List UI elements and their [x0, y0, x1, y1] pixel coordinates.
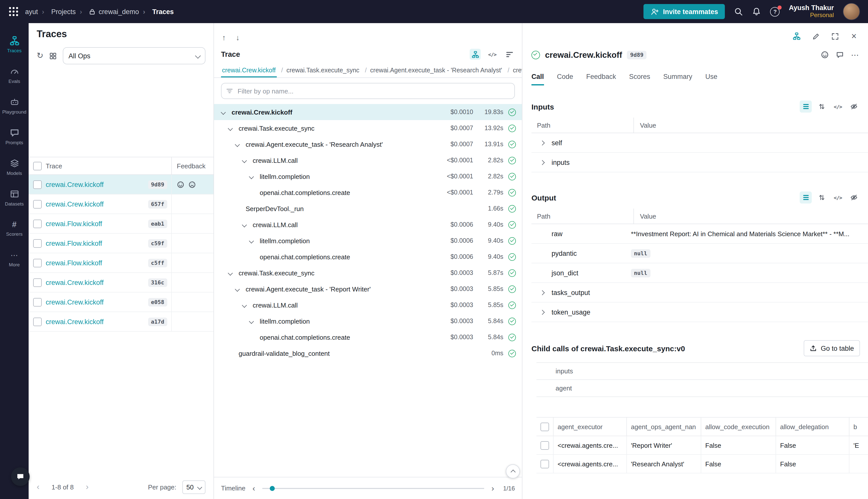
trace-tree-row[interactable]: crewai.Agent.execute_task - 'Research An… — [214, 136, 522, 152]
table-row[interactable]: crewai.Crew.kickoff9d89 — [29, 175, 213, 194]
trace-tree-row[interactable]: crewai.Task.execute_sync$0.00035.87s — [214, 265, 522, 281]
table-row[interactable]: crewai.Crew.kickoffe058 — [29, 292, 213, 312]
trace-tree-row[interactable]: litellm.completion$0.00069.40s — [214, 233, 522, 249]
chevron-down-icon[interactable] — [250, 239, 260, 242]
trace-tree-row[interactable]: litellm.completion$0.00035.84s — [214, 313, 522, 329]
select-all-checkbox[interactable] — [541, 422, 549, 431]
comment-icon[interactable] — [836, 51, 844, 59]
next-call-icon[interactable]: ↓ — [236, 33, 239, 41]
trace-tree-row[interactable]: openai.chat.completions.create<$0.00012.… — [214, 184, 522, 200]
tab-code[interactable]: Code — [557, 73, 573, 85]
prev-page-icon[interactable]: ‹ — [37, 482, 49, 492]
sidebar-item-datasets[interactable]: Datasets — [0, 182, 29, 213]
edit-pencil-icon[interactable] — [810, 30, 822, 42]
row-checkbox[interactable] — [33, 317, 41, 326]
op-filter-input[interactable] — [221, 83, 515, 99]
code-view-icon[interactable]: </> — [832, 100, 844, 112]
input-row-inputs[interactable]: inputs — [531, 153, 868, 172]
path-tab[interactable]: crewai.LLM.cal — [503, 67, 522, 77]
tab-use[interactable]: Use — [705, 73, 717, 85]
trace-tree-row[interactable]: crewai.Task.execute_sync$0.000713.92s — [214, 120, 522, 136]
eye-off-icon[interactable] — [848, 100, 860, 112]
tab-call[interactable]: Call — [531, 73, 544, 85]
chevron-down-icon[interactable] — [250, 319, 260, 323]
wandb-logo-icon[interactable] — [9, 7, 18, 16]
chevron-down-icon[interactable] — [243, 159, 253, 162]
next-page-icon[interactable]: › — [77, 482, 98, 492]
eye-off-icon[interactable] — [848, 192, 860, 204]
table-row[interactable]: crewai.Crew.kickoff657f — [29, 194, 213, 214]
trace-tree-row[interactable]: openai.chat.completions.create$0.00069.4… — [214, 249, 522, 265]
search-icon[interactable] — [734, 7, 743, 16]
path-tab[interactable]: crewai.Crew.kickoff — [221, 67, 277, 77]
sidebar-item-evals[interactable]: Evals — [0, 60, 29, 90]
row-checkbox[interactable] — [541, 460, 549, 468]
table-row[interactable]: <crewai.agents.cre... 'Report Writer' Fa… — [536, 436, 868, 455]
frowny-feedback-icon[interactable] — [188, 181, 196, 188]
tab-feedback[interactable]: Feedback — [586, 73, 616, 85]
breadcrumb-traces[interactable]: Traces — [143, 8, 174, 15]
row-checkbox[interactable] — [541, 441, 549, 450]
table-row[interactable]: crewai.Crew.kickoff316c — [29, 273, 213, 292]
row-checkbox[interactable] — [33, 219, 41, 228]
avatar[interactable] — [843, 3, 860, 20]
row-checkbox[interactable] — [33, 200, 41, 208]
smiley-feedback-icon[interactable] — [177, 181, 184, 188]
trace-tree-row[interactable]: crewai.Agent.execute_task - 'Report Writ… — [214, 281, 522, 297]
columns-icon[interactable] — [49, 52, 57, 60]
fullscreen-icon[interactable] — [829, 30, 841, 42]
tab-summary[interactable]: Summary — [663, 73, 692, 85]
sidebar-item-prompts[interactable]: Prompts — [0, 121, 29, 152]
help-icon[interactable]: ? — [770, 7, 780, 16]
chevron-down-icon[interactable] — [236, 287, 246, 291]
sort-expand-icon[interactable] — [816, 192, 828, 204]
chat-support-button[interactable] — [11, 467, 30, 486]
breadcrumb-entity[interactable]: ayut — [25, 8, 38, 15]
overflow-menu-icon[interactable]: ⋯ — [851, 50, 859, 60]
output-row-pydantic[interactable]: pydantic null — [531, 244, 868, 263]
chevron-down-icon[interactable] — [243, 223, 253, 227]
chevron-down-icon[interactable] — [243, 303, 253, 307]
per-page-select[interactable]: 50 — [182, 480, 206, 494]
code-view-icon[interactable]: </> — [832, 192, 844, 204]
timeline-prev-icon[interactable]: ‹ — [250, 484, 257, 493]
breadcrumb-projects[interactable]: Projects — [42, 8, 76, 15]
breadcrumb-project[interactable]: crewai_demo — [80, 8, 139, 15]
trace-tree-row[interactable]: guardrail-validate_blog_content0ms — [214, 345, 522, 361]
table-row[interactable]: crewai.Flow.kickoffc59f — [29, 234, 213, 253]
chevron-down-icon[interactable] — [228, 126, 239, 130]
chevron-down-icon[interactable] — [222, 110, 232, 114]
flame-view-icon[interactable] — [504, 49, 515, 60]
trace-tree-row[interactable]: crewai.LLM.call<$0.00012.82s — [214, 152, 522, 168]
ops-filter-select[interactable]: All Ops — [63, 47, 206, 64]
notifications-bell-icon[interactable] — [752, 7, 761, 16]
row-checkbox[interactable] — [33, 278, 41, 287]
sidebar-item-scorers[interactable]: # Scorers — [0, 213, 29, 244]
tab-scores[interactable]: Scores — [629, 73, 650, 85]
code-view-icon[interactable]: </> — [487, 49, 498, 60]
row-checkbox[interactable] — [33, 258, 41, 267]
output-row-json-dict[interactable]: json_dict null — [531, 263, 868, 283]
trace-tree-row[interactable]: litellm.completion<$0.00012.82s — [214, 168, 522, 184]
timeline-next-icon[interactable]: › — [489, 484, 496, 493]
table-row[interactable]: crewai.Crew.kickoffa17d — [29, 312, 213, 332]
trace-tree-row[interactable]: openai.chat.completions.create$0.00035.8… — [214, 329, 522, 345]
invite-teammates-button[interactable]: Invite teammates — [644, 4, 725, 19]
output-row-tasks-output[interactable]: tasks_output — [531, 283, 868, 303]
chevron-right-icon[interactable] — [541, 141, 551, 145]
chevron-down-icon[interactable] — [250, 175, 260, 178]
table-row[interactable]: crewai.Flow.kickoffeab1 — [29, 214, 213, 234]
path-tab[interactable]: crewai.Agent.execute_task - 'Research An… — [360, 67, 503, 77]
row-checkbox[interactable] — [33, 239, 41, 247]
tree-toggle-icon[interactable] — [791, 30, 803, 42]
output-row-token-usage[interactable]: token_usage — [531, 303, 868, 322]
input-row-self[interactable]: self — [531, 133, 868, 153]
row-checkbox[interactable] — [33, 180, 41, 189]
list-view-icon[interactable] — [800, 192, 812, 204]
refresh-icon[interactable]: ↻ — [37, 52, 44, 60]
tree-view-icon[interactable] — [470, 49, 481, 60]
chevron-right-icon[interactable] — [541, 291, 551, 294]
chevron-down-icon[interactable] — [236, 143, 246, 146]
trace-tree-row[interactable]: SerperDevTool._run1.66s — [214, 200, 522, 217]
timeline-slider[interactable] — [262, 488, 484, 489]
